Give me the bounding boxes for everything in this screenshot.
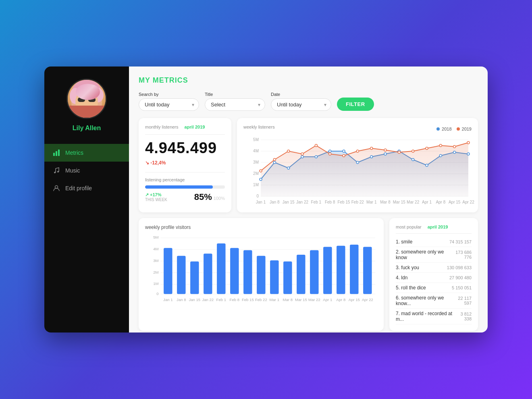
svg-point-43 — [412, 158, 414, 161]
date-select[interactable]: Until today — [271, 98, 331, 111]
filter-button[interactable]: FILTER — [337, 98, 374, 111]
svg-text:Mar 1: Mar 1 — [366, 200, 377, 204]
svg-text:Jan 15: Jan 15 — [189, 297, 200, 302]
sidebar-item-edit-profile[interactable]: Edit profile — [44, 179, 129, 197]
svg-text:Feb 8: Feb 8 — [325, 200, 335, 204]
popular-list-item: 2. somewhere only we know173 686 776 — [396, 247, 472, 262]
svg-point-46 — [453, 151, 456, 154]
svg-text:0: 0 — [156, 291, 158, 296]
svg-text:Apr 1: Apr 1 — [422, 200, 432, 204]
svg-text:Mar 1: Mar 1 — [270, 297, 279, 302]
svg-point-58 — [398, 151, 400, 154]
popular-list-item: 1. smile74 315 157 — [396, 237, 472, 247]
svg-text:1M: 1M — [253, 183, 259, 187]
main-content: MY METRICS Search by Until today Title S… — [129, 66, 488, 332]
avatar-illustration — [66, 80, 107, 119]
svg-rect-12 — [53, 153, 55, 156]
svg-text:Feb 22: Feb 22 — [255, 297, 267, 302]
search-by-group: Search by Until today — [139, 92, 199, 111]
svg-text:Jan 22: Jan 22 — [296, 200, 308, 204]
sidebar-item-music[interactable]: Music — [44, 162, 129, 179]
svg-point-63 — [467, 141, 470, 144]
user-icon — [52, 184, 60, 192]
svg-text:Feb 1: Feb 1 — [216, 297, 227, 302]
listening-change: ↗ +17% — [145, 192, 167, 197]
svg-point-11 — [89, 113, 92, 115]
svg-point-49 — [273, 158, 276, 161]
svg-point-57 — [384, 149, 387, 151]
svg-point-4 — [75, 89, 98, 115]
svg-point-53 — [329, 153, 331, 155]
sidebar-item-metrics[interactable]: Metrics — [44, 144, 129, 162]
cards-row: monthly listeners april 2019 4.945.499 ↘… — [139, 118, 478, 212]
this-week-label: THIS WEEK — [145, 197, 167, 202]
svg-marker-31 — [261, 143, 468, 196]
svg-point-37 — [329, 150, 331, 152]
weekly-listeners-label: weekly listeners — [243, 125, 275, 129]
popular-list-item: 6. somewhere only we know...22 117 597 — [396, 293, 472, 308]
svg-text:Mar 22: Mar 22 — [308, 297, 320, 302]
title-label: Title — [205, 92, 265, 97]
svg-rect-94 — [190, 262, 199, 294]
weekly-visitors-card: weekly profile visitors 0 1M 2M 3M 4M 5M — [139, 218, 384, 331]
sidebar-item-metrics-label: Metrics — [65, 150, 83, 156]
weekly-visitors-chart: 0 1M 2M 3M 4M 5M Jan 1Jan 8Jan 15Jan 22F… — [145, 233, 377, 305]
svg-text:5M: 5M — [153, 235, 158, 239]
svg-rect-103 — [310, 250, 318, 294]
svg-point-59 — [412, 150, 414, 152]
weekly-visitors-label: weekly profile visitors — [145, 224, 377, 230]
svg-point-62 — [453, 145, 456, 148]
svg-rect-92 — [164, 248, 172, 294]
svg-point-47 — [467, 153, 470, 155]
sidebar-item-edit-profile-label: Edit profile — [65, 185, 92, 191]
svg-text:Apr 1: Apr 1 — [323, 297, 332, 302]
svg-text:Feb 8: Feb 8 — [230, 297, 240, 302]
svg-text:4M: 4M — [253, 149, 259, 153]
svg-text:Mar 22: Mar 22 — [407, 200, 420, 204]
svg-rect-100 — [270, 260, 278, 294]
legend-2018: 2018 — [436, 127, 451, 131]
svg-rect-14 — [58, 150, 60, 156]
monthly-change: ↘ -12,4% — [145, 160, 225, 166]
svg-text:2M: 2M — [153, 270, 158, 274]
svg-rect-13 — [56, 151, 57, 156]
svg-text:Apr 8: Apr 8 — [336, 297, 345, 302]
svg-point-16 — [57, 171, 59, 172]
svg-text:0: 0 — [256, 194, 259, 198]
svg-rect-106 — [350, 245, 358, 294]
svg-text:Apr 22: Apr 22 — [462, 200, 474, 204]
svg-text:Mar 8: Mar 8 — [283, 297, 293, 302]
popular-list-item: 4. ldn27 900 480 — [396, 273, 472, 283]
title-select-wrap: Select — [205, 98, 265, 111]
sidebar: Lily Allen Metrics Music — [44, 66, 129, 332]
legend-2019: 2019 — [457, 127, 472, 131]
svg-text:Jan 1: Jan 1 — [163, 297, 172, 302]
svg-rect-101 — [283, 262, 292, 294]
legend-dot-2018 — [436, 127, 440, 131]
search-by-select[interactable]: Until today — [139, 98, 199, 111]
svg-text:3M: 3M — [253, 160, 259, 164]
svg-rect-97 — [230, 248, 239, 294]
svg-rect-105 — [337, 246, 345, 294]
svg-point-44 — [426, 164, 428, 166]
svg-text:Feb 15: Feb 15 — [337, 200, 350, 204]
legend-dot-2019 — [457, 127, 460, 131]
svg-rect-99 — [257, 256, 265, 294]
svg-point-35 — [301, 156, 303, 158]
svg-point-40 — [370, 156, 373, 158]
svg-rect-93 — [177, 256, 185, 294]
filter-row: Search by Until today Title Select Date — [139, 92, 478, 111]
music-icon — [52, 166, 60, 175]
page-title: MY METRICS — [139, 76, 478, 85]
svg-text:Apr 22: Apr 22 — [362, 297, 373, 302]
svg-rect-98 — [243, 250, 252, 294]
listening-percentage-label: listening percentage — [145, 177, 225, 182]
title-select[interactable]: Select — [205, 98, 265, 111]
svg-point-33 — [273, 161, 276, 164]
svg-point-32 — [260, 178, 262, 181]
popular-list: 1. smile74 315 1572. somewhere only we k… — [396, 237, 472, 324]
svg-point-15 — [54, 172, 56, 173]
svg-point-36 — [315, 156, 317, 158]
svg-text:Mar 8: Mar 8 — [380, 200, 391, 204]
date-group: Date Until today — [271, 92, 331, 111]
